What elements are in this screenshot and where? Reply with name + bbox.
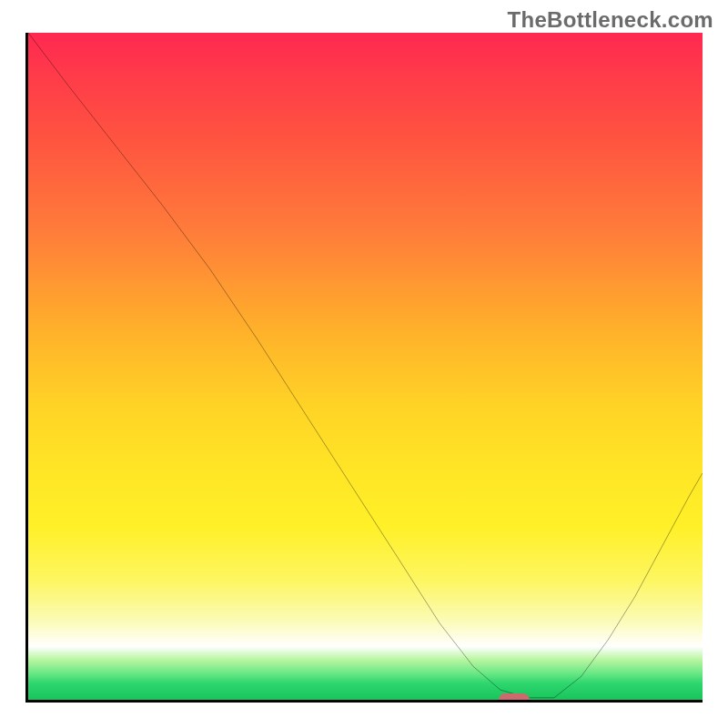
- optimal-marker: [499, 693, 530, 703]
- plot-area: [25, 33, 703, 703]
- curve-layer: [28, 33, 703, 700]
- bottleneck-curve: [28, 33, 703, 698]
- watermark-label: TheBottleneck.com: [508, 7, 713, 33]
